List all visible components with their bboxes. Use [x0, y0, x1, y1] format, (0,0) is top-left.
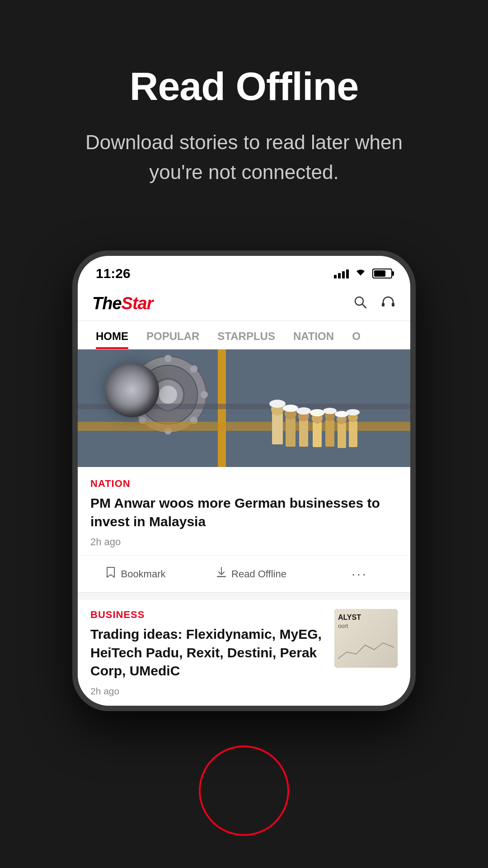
tab-more[interactable]: O: [343, 321, 370, 349]
article-divider: [78, 592, 410, 593]
article-meta-1: NATION PM Anwar woos more German busines…: [78, 467, 410, 548]
header-icons: [352, 294, 396, 313]
svg-rect-41: [217, 576, 226, 577]
svg-rect-19: [78, 404, 410, 409]
svg-rect-24: [299, 420, 308, 447]
bookmark-button[interactable]: Bookmark: [78, 557, 193, 590]
svg-point-12: [201, 391, 208, 398]
svg-point-16: [190, 365, 197, 373]
status-bar: 11:26: [78, 256, 410, 287]
tab-starplus[interactable]: STARPLUS: [208, 321, 284, 349]
app-logo: The Star: [92, 294, 153, 313]
tab-nation[interactable]: NATION: [284, 321, 343, 349]
status-time: 11:26: [96, 266, 131, 281]
headphone-icon[interactable]: [380, 294, 396, 313]
svg-point-36: [296, 407, 311, 415]
svg-line-1: [362, 304, 366, 308]
report-label: ALYST: [338, 613, 394, 622]
article-time-2: 2h ago: [90, 686, 325, 697]
svg-point-35: [283, 405, 298, 412]
logo-star: Star: [122, 294, 153, 313]
article-category-1: NATION: [90, 478, 398, 490]
svg-point-40: [346, 409, 360, 415]
hero-title: Read Offline: [130, 63, 358, 109]
bookmark-icon: [105, 566, 116, 581]
battery-icon: [372, 269, 392, 278]
article-category-2: BUSINESS: [90, 609, 325, 621]
svg-point-38: [323, 408, 337, 414]
article-card-2[interactable]: BUSINESS Trading ideas: Flexidynamic, My…: [78, 600, 410, 706]
article-image-1: [78, 349, 410, 467]
svg-rect-18: [78, 422, 410, 431]
svg-rect-28: [325, 420, 334, 447]
hero-section: Read Offline Download stories to read la…: [0, 0, 488, 223]
read-offline-button[interactable]: Read Offline: [193, 557, 309, 590]
article-actions-1: Bookmark Read Offline ···: [78, 555, 410, 592]
tab-home[interactable]: HOME: [87, 321, 137, 349]
more-options-button[interactable]: ···: [309, 557, 410, 590]
svg-point-37: [310, 409, 324, 416]
article-time-1: 2h ago: [90, 536, 398, 548]
app-header: The Star: [78, 287, 410, 321]
status-icons: [334, 267, 392, 280]
article-2-text: BUSINESS Trading ideas: Flexidynamic, My…: [90, 609, 325, 697]
wifi-icon: [354, 267, 367, 280]
svg-point-9: [164, 355, 172, 362]
phone-frame: 11:26: [72, 250, 416, 711]
logo-the: The: [92, 294, 122, 313]
article-title-1: PM Anwar woos more German businesses to …: [90, 494, 398, 531]
article-image-2: ALYST oort: [334, 609, 398, 668]
nav-tabs: HOME POPULAR STARPLUS NATION O: [78, 321, 410, 349]
svg-rect-2: [382, 303, 385, 307]
read-offline-highlight-circle: [199, 745, 289, 836]
search-icon[interactable]: [352, 294, 368, 313]
report-sub: oort: [338, 623, 394, 629]
svg-point-34: [269, 400, 286, 408]
svg-rect-22: [286, 417, 296, 447]
svg-rect-26: [313, 422, 322, 447]
svg-rect-32: [349, 421, 357, 447]
svg-point-13: [139, 365, 146, 373]
svg-rect-3: [392, 303, 394, 307]
svg-rect-20: [272, 413, 283, 444]
hero-subtitle: Download stories to read later when you'…: [59, 127, 429, 187]
download-icon: [216, 566, 227, 581]
article-card-1: NATION PM Anwar woos more German busines…: [78, 349, 410, 592]
phone-screen: 11:26: [78, 256, 410, 706]
tab-popular[interactable]: POPULAR: [137, 321, 208, 349]
svg-rect-30: [338, 423, 346, 448]
signal-icon: [334, 269, 349, 278]
phone-mockup: 11:26: [72, 250, 416, 711]
article-title-2: Trading ideas: Flexidynamic, MyEG, HeiTe…: [90, 625, 325, 680]
svg-point-11: [128, 391, 136, 398]
svg-point-8: [159, 386, 177, 404]
